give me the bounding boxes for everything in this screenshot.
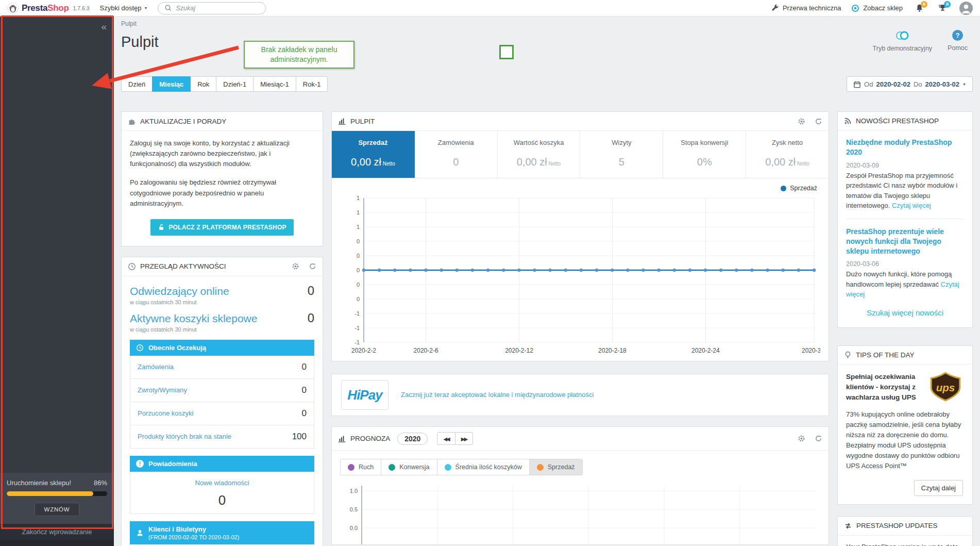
activity-stat-odwiedzaj-cy-online: Odwiedzający online0	[130, 284, 314, 298]
forecast-prev-button[interactable]: ◀◀	[437, 432, 455, 445]
achievements-trophy[interactable]: 8	[938, 4, 947, 12]
metric-stopa-konwersji[interactable]: Stopa konwersji0%	[663, 131, 746, 178]
avatar[interactable]	[959, 2, 973, 15]
exclamation-icon: !	[136, 460, 144, 468]
svg-text:0.0: 0.0	[350, 525, 358, 531]
forecast-legend-ruch[interactable]: Ruch	[341, 459, 381, 475]
panel-settings-button[interactable]	[292, 262, 299, 270]
metric-zysk-netto[interactable]: Zysk netto0,00 zł Netto	[746, 131, 829, 178]
resume-button[interactable]: WZNÓW	[35, 503, 80, 516]
help-button[interactable]: ? Pomoc	[948, 30, 968, 52]
sidebar-bottom-strip	[0, 540, 114, 546]
maintenance-link[interactable]: Przerwa techniczna	[771, 4, 841, 12]
metric-sprzeda[interactable]: Sprzedaż0,00 zł Netto	[332, 131, 415, 178]
news-item-title-link[interactable]: PrestaShop prezentuje wiele nowych funkc…	[846, 227, 964, 256]
news-item-title-link[interactable]: Niezbędne moduły PrestaShop 2020	[846, 138, 964, 157]
bell-badge: 6	[921, 1, 927, 8]
period-tab-rok[interactable]: Rok	[190, 76, 216, 92]
forecast-legend-sprzeda[interactable]: Sprzedaż	[530, 459, 582, 475]
panel-refresh-button[interactable]	[815, 118, 822, 125]
svg-text:0: 0	[357, 238, 360, 244]
search-icon	[164, 4, 172, 12]
activity-stat-link[interactable]: Aktywne koszyki sklepowe	[130, 312, 257, 325]
panel-hipay-banner[interactable]: HiPay Zacznij już teraz akceptować lokal…	[331, 374, 829, 416]
connect-prestashop-button[interactable]: POLACZ Z PLATFORMA PRESTASHOP	[150, 219, 293, 236]
bar-chart-icon	[338, 435, 346, 443]
gear-icon	[798, 435, 805, 442]
annotation-green-square	[499, 45, 514, 59]
list-row-zwroty-wymiany: Zwroty/Wymiany0	[130, 379, 314, 402]
svg-text:2020-2-6: 2020-2-6	[414, 347, 438, 354]
legend-label: Konwersja	[399, 464, 429, 471]
svg-text:0: 0	[357, 296, 360, 302]
hipay-link[interactable]: Zacznij już teraz akceptować lokalne i m…	[401, 390, 594, 400]
metric-wizyty[interactable]: Wizyty5	[580, 131, 663, 178]
period-tab-miesi-c[interactable]: Miesiąc	[152, 76, 191, 92]
period-tab-miesi-c-1[interactable]: Miesiąc-1	[253, 76, 296, 92]
notifications-bell[interactable]: 6	[915, 4, 924, 12]
period-tab-rok-1[interactable]: Rok-1	[296, 76, 328, 92]
read-more-link[interactable]: Czytaj więcej	[892, 202, 931, 209]
svg-text:1.0: 1.0	[350, 488, 358, 494]
row-label-link[interactable]: Produkty których brak na stanie	[138, 433, 231, 440]
news-item-text: Dużo nowych funkcji, które pomogą handlo…	[846, 269, 964, 300]
onboarding-progress-bar	[7, 491, 107, 496]
legend-dot	[445, 464, 451, 471]
search-more-news-link[interactable]: Szukaj więcej nowości	[846, 308, 964, 317]
news-item-date: 2020-03-06	[846, 260, 964, 268]
search-box[interactable]	[158, 2, 266, 14]
panel-activity-overview: PRZEGLĄD AKTYWNOŚCI	[121, 257, 323, 546]
wrench-icon	[771, 4, 779, 12]
forecast-legend-konwersja[interactable]: Konwersja	[381, 459, 437, 475]
search-input[interactable]	[176, 5, 248, 12]
period-tab-dzie-1[interactable]: Dzień-1	[216, 76, 254, 92]
activity-stat-link[interactable]: Odwiedzający online	[130, 285, 229, 297]
forecast-line-chart: 1.00.50.0	[340, 483, 820, 544]
forecast-next-button[interactable]: ▶▶	[455, 432, 473, 445]
row-label-link[interactable]: Zamówienia	[138, 363, 174, 371]
breadcrumb: Pulpit	[121, 20, 973, 27]
row-value: 0	[302, 362, 307, 372]
row-label-link[interactable]: Zwroty/Wymiany	[138, 386, 187, 394]
ups-logo: ups	[927, 372, 964, 402]
activity-stat-value: 0	[308, 284, 314, 298]
finish-onboarding-link[interactable]: Zakończ wprowadzanie	[0, 524, 114, 540]
sidebar-collapse-button[interactable]: «	[101, 22, 107, 31]
period-tab-dzie[interactable]: Dzień	[121, 76, 153, 92]
svg-text:2020-2-24: 2020-2-24	[691, 347, 720, 354]
panel-settings-button[interactable]	[798, 435, 805, 442]
new-messages-link[interactable]: Nowe wiadomości	[195, 479, 249, 487]
metric-value: 0,00 zł Netto	[749, 156, 825, 168]
legend-dot	[537, 464, 544, 471]
list-row-produkty-kt-rych-brak-na-stanie: Produkty których brak na stanie100	[130, 425, 314, 448]
metric-value: 0,00 zł Netto	[335, 156, 411, 168]
read-more-button[interactable]: Czytaj dalej	[914, 480, 963, 496]
clock-icon	[136, 344, 144, 352]
metric-zam-wienia[interactable]: Zamówienia0	[415, 131, 498, 178]
chevron-down-icon: ▼	[144, 6, 148, 10]
panel-settings-button[interactable]	[798, 118, 805, 125]
legend-dot	[348, 464, 354, 471]
row-label-link[interactable]: Porzucone koszyki	[138, 409, 193, 417]
news-item: Niezbędne moduły PrestaShop 20202020-03-…	[846, 138, 964, 211]
metric-label: Stopa konwersji	[666, 139, 742, 146]
news-item-date: 2020-03-09	[846, 162, 964, 169]
demo-mode-toggle[interactable]: Tryb demonstracyjny	[873, 30, 933, 52]
refresh-icon	[309, 262, 316, 270]
panel-title: PRZEGLĄD AKTYWNOŚCI	[140, 262, 226, 270]
view-shop-link[interactable]: Zobacz sklep	[851, 4, 903, 12]
date-range-picker[interactable]: Od2020-02-02 Do2020-03-02 ▼	[847, 76, 973, 92]
period-tabs: DzieńMiesiącRokDzień-1Miesiąc-1Rok-1	[121, 76, 328, 92]
quick-access-dropdown[interactable]: Szybki dostęp▼	[100, 4, 148, 12]
panel-refresh-button[interactable]	[815, 435, 822, 442]
activity-stat-caption: w ciągu ostatnich 30 minut	[130, 299, 314, 305]
prestashop-logo[interactable]: PrestaShop 1.7.6.3	[7, 3, 90, 14]
activity-stat-value: 0	[308, 311, 314, 325]
updates-paragraph-2: Po zalogowaniu się będziesz również otrz…	[130, 177, 314, 208]
panel-refresh-button[interactable]	[309, 262, 316, 270]
forecast-legend-rednia-ilo-koszyk-w[interactable]: Średnia ilość koszyków	[437, 459, 530, 475]
read-more-link[interactable]: Czytaj więcej	[846, 280, 959, 299]
list-row-zam-wienia: Zamówienia0	[130, 356, 314, 379]
metric-warto-koszyka[interactable]: Wartość koszyka0,00 zł Netto	[498, 131, 581, 178]
top-bar: PrestaShop 1.7.6.3 Szybki dostęp▼ Przerw…	[0, 0, 980, 16]
